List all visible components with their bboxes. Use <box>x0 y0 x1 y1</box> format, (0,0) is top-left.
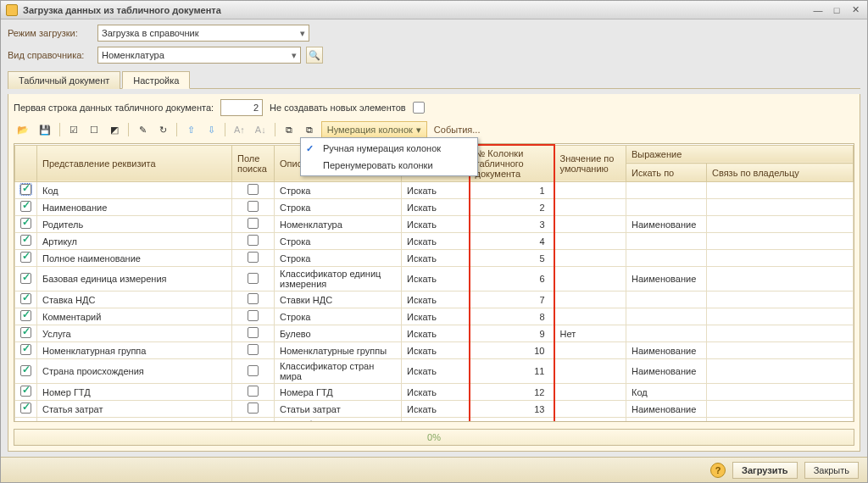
arrow-down-icon[interactable]: ⇩ <box>203 121 220 138</box>
main-window: Загрузка данных из табличного документа … <box>0 0 868 483</box>
row-checkbox[interactable] <box>20 273 31 284</box>
col-search-field[interactable]: Поле поиска <box>232 145 275 182</box>
search-field-checkbox[interactable] <box>248 402 259 414</box>
table-row[interactable]: Ставка НДССтавки НДСИскать7 <box>15 291 854 308</box>
no-create-checkbox[interactable] <box>413 102 425 114</box>
table-row[interactable]: АртикулСтрокаИскать4 <box>15 233 854 250</box>
search-field-checkbox[interactable] <box>248 293 259 304</box>
cell-type: Строка <box>275 182 402 199</box>
menu-renumber[interactable]: Перенумеровать колонки <box>301 157 477 174</box>
table-row[interactable]: Базовая единица измеренияКлассификатор е… <box>15 267 854 291</box>
sort-asc-icon[interactable]: A↑ <box>231 121 248 138</box>
table-row[interactable]: Номенклатурная группаНоменклатурные груп… <box>15 342 854 359</box>
cell-search-by: Наименование <box>626 418 707 423</box>
events-button[interactable]: События... <box>431 125 484 135</box>
search-field-checkbox[interactable] <box>248 310 259 321</box>
close-window-button[interactable]: Закрыть <box>804 462 859 479</box>
col-expr[interactable]: Выражение <box>626 145 854 164</box>
first-row-input[interactable]: 2 <box>220 99 263 116</box>
row-checkbox[interactable] <box>20 365 31 376</box>
toggle-icon[interactable]: ◩ <box>106 121 123 138</box>
ref-type-row: Вид справочника: Номенклатура ▾ 🔍 <box>8 47 860 64</box>
search-field-checkbox[interactable] <box>248 252 259 263</box>
first-row-label: Первая строка данных табличного документ… <box>14 103 214 113</box>
save-icon[interactable]: 💾 <box>36 121 54 138</box>
load-button[interactable]: Загрузить <box>732 462 798 479</box>
search-field-checkbox[interactable] <box>248 365 259 376</box>
search-field-checkbox[interactable] <box>248 386 259 397</box>
col-num[interactable]: № Колонки табличного документа <box>470 145 554 182</box>
cell-repr: Номенклатурная группа <box>37 342 232 359</box>
paste-icon[interactable]: ⧉ <box>301 121 318 138</box>
row-checkbox[interactable] <box>20 201 31 212</box>
search-field-checkbox[interactable] <box>248 235 259 246</box>
minimize-button[interactable]: — <box>811 4 825 16</box>
cell-repr: Номер ГТД <box>37 384 232 401</box>
tabs: Табличный документ Настройка <box>8 70 860 89</box>
col-owner-link[interactable]: Связь по владельцу <box>707 164 854 182</box>
col-default[interactable]: Значение по умолчанию <box>554 145 626 182</box>
ref-type-select[interactable]: Номенклатура ▾ <box>97 47 301 64</box>
col-repr[interactable]: Представление реквизита <box>37 145 232 182</box>
edit-icon[interactable]: ✎ <box>134 121 151 138</box>
maximize-button[interactable]: □ <box>830 4 843 16</box>
table-row[interactable]: Страна происхожденияКлассификатор стран … <box>15 359 854 384</box>
ref-picker-button[interactable]: 🔍 <box>306 47 323 64</box>
uncheck-all-icon[interactable]: ☐ <box>86 121 103 138</box>
search-field-checkbox[interactable] <box>248 344 259 355</box>
table-row[interactable]: КомментарийСтрокаИскать8 <box>15 308 854 325</box>
col-search-by[interactable]: Искать по <box>626 164 707 182</box>
row-checkbox[interactable] <box>20 293 31 304</box>
progress-bar: 0% <box>14 429 854 446</box>
cell-search-by: Наименование <box>626 216 707 233</box>
row-checkbox[interactable] <box>20 327 31 338</box>
row-checkbox[interactable] <box>20 235 31 246</box>
sort-desc-icon[interactable]: A↓ <box>252 121 270 138</box>
table-row[interactable]: УслугаБулевоИскать9Нет <box>15 325 854 342</box>
tab-doc[interactable]: Табличный документ <box>8 71 120 89</box>
col-check[interactable] <box>15 145 37 182</box>
cell-search-by: Наименование <box>626 342 707 359</box>
close-button[interactable]: ✕ <box>849 4 862 16</box>
table-row[interactable]: КодСтрокаИскать1 <box>15 182 854 199</box>
settings-pane: Первая строка данных табличного документ… <box>8 94 860 452</box>
cell-col-num: 6 <box>470 267 554 291</box>
cell-search-by: Наименование <box>626 359 707 384</box>
table-row[interactable]: Основная спецификация номенклатурыСпециф… <box>15 418 854 423</box>
table-row[interactable]: Статья затратСтатьи затратИскать13Наимен… <box>15 401 854 418</box>
row-checkbox[interactable] <box>20 402 31 414</box>
menu-manual-numbering[interactable]: ✓ Ручная нумерация колонок <box>301 140 477 157</box>
table-row[interactable]: Полное наименованиеСтрокаИскать5 <box>15 250 854 267</box>
search-field-checkbox[interactable] <box>248 218 259 229</box>
cell-type: Ставки НДС <box>275 291 402 308</box>
row-checkbox[interactable] <box>20 252 31 263</box>
cell-col-num: 4 <box>470 233 554 250</box>
row-checkbox[interactable] <box>20 386 31 397</box>
row-checkbox[interactable] <box>20 344 31 355</box>
open-icon[interactable]: 📂 <box>14 121 32 138</box>
row-checkbox[interactable] <box>20 184 31 195</box>
search-field-checkbox[interactable] <box>248 327 259 338</box>
search-field-checkbox[interactable] <box>248 273 259 284</box>
column-numbering-button[interactable]: Нумерация колонок ▾ <box>321 121 427 138</box>
table-row[interactable]: РодительНоменклатураИскать3Наименование <box>15 216 854 233</box>
cell-default <box>554 291 626 308</box>
refresh-icon[interactable]: ↻ <box>154 121 171 138</box>
check-all-icon[interactable]: ☑ <box>65 121 82 138</box>
table-row[interactable]: Номер ГТДНомера ГТДИскать12Код <box>15 384 854 401</box>
search-field-checkbox[interactable] <box>248 184 259 195</box>
arrow-up-icon[interactable]: ⇧ <box>182 121 199 138</box>
tab-settings[interactable]: Настройка <box>122 71 190 89</box>
row-checkbox[interactable] <box>20 310 31 321</box>
copy-icon[interactable]: ⧉ <box>281 121 298 138</box>
cell-owner-link <box>707 216 854 233</box>
help-icon[interactable]: ? <box>710 463 726 478</box>
row-checkbox[interactable] <box>20 218 31 229</box>
load-mode-value: Загрузка в справочник <box>102 28 199 38</box>
load-mode-select[interactable]: Загрузка в справочник ▾ <box>97 25 309 42</box>
table-row[interactable]: НаименованиеСтрокаИскать2 <box>15 199 854 216</box>
cell-mode: Искать <box>402 216 470 233</box>
cell-owner-link <box>707 359 854 384</box>
search-field-checkbox[interactable] <box>248 201 259 212</box>
columns-table-wrap[interactable]: Представление реквизита Поле поиска Опис… <box>14 143 854 422</box>
